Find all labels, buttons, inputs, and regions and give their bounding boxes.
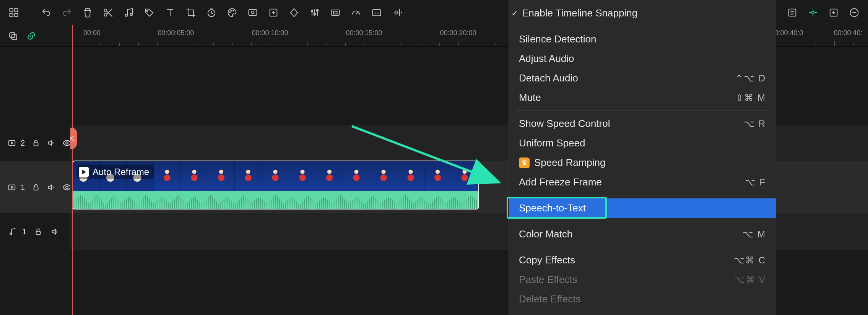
svg-point-7 [130,13,133,15]
svg-point-23 [812,11,814,14]
svg-rect-20 [333,11,337,14]
context-menu[interactable]: ✓Enable Timeline SnappingSilence Detecti… [509,0,776,315]
aspect-icon[interactable] [329,6,341,19]
tag-icon[interactable] [143,6,156,19]
ruler-label: 00:00:10:00 [252,29,288,37]
crop-icon[interactable] [185,6,197,19]
menu-item-shortcut: ⇧⌘ M [736,93,766,103]
palette-icon[interactable] [226,6,238,19]
svg-point-33 [66,186,68,188]
svg-rect-19 [332,10,340,15]
lock-icon[interactable] [32,138,40,148]
menu-item-label: Detach Audio [519,72,578,84]
menu-separator [516,195,769,195]
svg-rect-0 [10,8,13,11]
menu-item[interactable]: ♛Speed Ramping [509,153,776,172]
keyframe-icon[interactable] [288,6,300,19]
track-headers: 2 1 1 [0,25,70,315]
speedometer-icon[interactable] [350,6,362,19]
clip-badge: Auto Reframe [76,165,154,179]
menu-item[interactable]: Adjust Audio [509,49,776,68]
enhance-icon[interactable] [807,6,819,19]
ruler-label: 00:00 [83,29,101,37]
menu-item[interactable]: Detach Audio⌃⌥ D [509,68,776,88]
menu-item[interactable]: Color Match⌥ M [509,224,776,244]
scissors-icon[interactable] [102,6,114,19]
play-small-icon [8,182,16,192]
speaker-icon[interactable] [50,227,60,237]
lock-icon[interactable] [33,227,43,237]
redo-icon[interactable] [61,6,73,19]
menu-item-label: Enable Timeline Snapping [522,7,637,19]
svg-rect-2 [10,13,13,16]
menu-item-label: Copy Effects [519,254,575,266]
lock-icon[interactable] [32,182,40,192]
track-number: 2 [21,139,25,148]
menu-item: Delete Effects [509,289,776,309]
clip-badge-label: Auto Reframe [93,167,149,177]
clip-thumbnails: Auto Reframe [73,161,478,191]
track-header-video-1: 1 [0,161,70,213]
menu-item-label: Speed Ramping [534,157,605,169]
trash-icon[interactable] [81,6,94,19]
menu-item[interactable]: ✓Enable Timeline Snapping [509,3,776,23]
menu-separator [516,26,769,26]
play-small-icon [8,138,16,148]
menu-item[interactable]: Speech-to-Text [509,198,776,218]
menu-item[interactable]: Silence Detection [509,29,776,49]
svg-rect-29 [34,143,38,146]
svg-point-6 [125,14,128,16]
expand-icon[interactable] [827,6,840,19]
play-icon [79,167,89,177]
menu-item-label: Add Freeze Frame [519,176,602,188]
menu-item[interactable]: Copy Effects⌥⌘ C [509,250,776,270]
undo-icon[interactable] [40,6,52,19]
svg-rect-32 [34,187,38,190]
menu-item[interactable]: Uniform Speed [509,133,776,153]
menu-item[interactable]: Add Freeze Frame⌥ F [509,172,776,192]
audio-bars-icon[interactable] [391,6,403,19]
menu-item[interactable]: Show Speed Control⌥ R [509,114,776,133]
menu-item-label: Adjust Audio [519,53,574,65]
menu-item-shortcut: ⌥ R [744,119,766,129]
subtitle-icon[interactable] [371,6,383,19]
link-icon[interactable] [26,31,37,41]
track-number: 1 [21,183,25,192]
svg-point-14 [252,11,254,13]
track-header-audio-1: 1 [0,213,70,250]
timer-icon[interactable] [205,6,218,19]
svg-point-12 [233,10,234,11]
playhead-grip[interactable] [70,128,77,149]
zoom-out-icon[interactable] [848,6,860,19]
menu-item[interactable]: Mute⇧⌘ M [509,88,776,107]
menu-item: Paste Effects⌥⌘ V [509,270,776,289]
copy-tracks-icon[interactable] [8,31,18,41]
menu-separator [516,110,769,111]
playhead[interactable] [72,25,73,315]
clip-waveform [73,191,478,209]
menu-separator [516,247,769,247]
ruler-label: 00:00:15:00 [346,29,382,37]
sliders-icon[interactable] [309,6,321,19]
ruler-label: 00:00:20:00 [440,29,476,37]
speaker-icon[interactable] [47,182,55,192]
menu-item-shortcut: ⌥ M [743,229,766,240]
track-number: 1 [22,227,26,236]
menu-item-label: Delete Effects [519,293,580,305]
video-clip[interactable]: Auto Reframe [72,161,479,209]
check-icon: ✓ [511,8,518,18]
svg-rect-35 [36,231,41,234]
speaker-icon[interactable] [47,138,55,148]
ruler-label: 00:00:40: [834,29,862,37]
menu-item-shortcut: ⌥ F [745,177,766,188]
svg-point-10 [230,11,231,12]
add-frame-icon[interactable] [267,6,280,19]
transcript-icon[interactable] [786,6,798,19]
grid-icon[interactable] [8,6,20,19]
menu-item-label: Speech-to-Text [519,202,586,214]
music-note-icon[interactable] [123,6,135,19]
screen-record-icon[interactable] [247,6,259,19]
crown-icon: ♛ [519,158,530,168]
menu-item-shortcut: ⌥⌘ V [734,274,766,285]
text-icon[interactable] [164,6,176,19]
